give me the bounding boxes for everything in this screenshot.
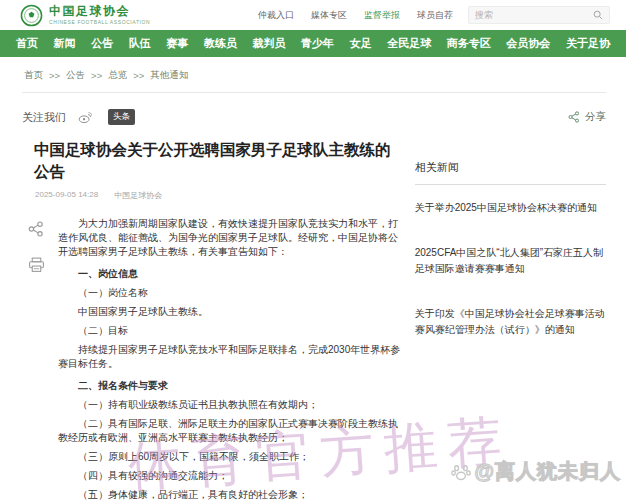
content-area: 首页 >> 公告 >> 总览 >> 其他通知 关注我们 头条 [0,57,626,500]
nav-item-referees[interactable]: 裁判员 [252,36,285,51]
related-news-title: 相关新闻 [415,160,606,185]
related-news-sidebar: 相关新闻 关于举办2025中国足球协会杯决赛的通知 2025CFA中国之队“北人… [415,139,606,500]
follow-us-label: 关注我们 [22,110,66,125]
breadcrumb-overview[interactable]: 总览 [108,69,127,82]
share-icon[interactable] [28,221,58,237]
article-title: 中国足球协会关于公开选聘国家男子足球队主教练的公告 [22,139,401,182]
search-input[interactable] [475,10,593,20]
top-bar: 中国足球协会 CHINESE FOOTBALL ASSOCIATION 仲裁入口… [0,0,626,30]
breadcrumb: 首页 >> 公告 >> 总览 >> 其他通知 [22,65,606,93]
print-icon[interactable] [28,257,58,273]
topbar-link-arbitration[interactable]: 仲裁入口 [258,9,294,22]
related-news-item[interactable]: 关于举办2025中国足球协会杯决赛的通知 [415,200,606,216]
search-icon[interactable] [593,10,603,20]
topbar-link-media[interactable]: 媒体专区 [311,9,347,22]
breadcrumb-separator: >> [49,70,60,81]
breadcrumb-separator: >> [133,70,144,81]
breadcrumb-other-notices[interactable]: 其他通知 [150,69,188,82]
article-paragraph: 为大力加强新周期国家队建设，有效快速提升国家队竞技实力和水平，打造作风优良、能征… [58,217,401,259]
article-section-heading: 二、报名条件与要求 [58,379,401,393]
top-links: 仲裁入口 媒体专区 监督举报 球员自荐 [258,9,453,22]
cfa-emblem-icon [20,4,43,27]
logo-subtitle: CHINESE FOOTBALL ASSOCIATION [49,19,150,25]
article-paragraph: （二）目标 [58,324,401,338]
nav-item-competitions[interactable]: 赛事 [166,36,188,51]
article-paragraph: 中国国家男子足球队主教练。 [58,305,401,319]
article: 中国足球协会关于公开选聘国家男子足球队主教练的公告 2025-09-05 14:… [22,139,401,500]
headline-badge[interactable]: 头条 [108,109,135,125]
related-news-item[interactable]: 2025CFA中国之队“北人集团”石家庄五人制足球国际邀请赛赛事通知 [415,245,606,277]
article-paragraph: （五）身体健康，品行端正，具有良好的社会形象； [58,488,401,500]
article-paragraph: 持续提升国家男子足球队竞技水平和国际足联排名，完成2030年世界杯参赛目标任务。 [58,343,401,371]
article-paragraph: （一）岗位名称 [58,286,401,300]
article-source: 中国足球协会 [114,190,162,201]
follow-row: 关注我们 头条 [22,109,606,125]
breadcrumb-announcements[interactable]: 公告 [66,69,85,82]
weibo-icon[interactable] [78,111,92,124]
share-icon [568,111,580,123]
article-paragraph: （二）具有国际足联、洲际足联主办的国家队正式赛事决赛阶段主教练执教经历或有欧洲、… [58,417,401,445]
article-paragraph: （一）持有职业级教练员证书且执教执照在有效期内； [58,398,401,412]
breadcrumb-separator: >> [91,70,102,81]
logo-title: 中国足球协会 [49,5,150,17]
nav-item-womens-football[interactable]: 女足 [350,36,372,51]
search-box[interactable] [468,6,610,24]
nav-item-teams[interactable]: 队伍 [129,36,151,51]
nav-item-home[interactable]: 首页 [16,36,38,51]
main-nav: 首页 新闻 公告 队伍 赛事 教练员 裁判员 青少年 女足 全民足球 商务专区 … [0,30,626,57]
article-meta: 2025-09-05 14:28 中国足球协会 [22,190,401,201]
related-news-item[interactable]: 关于印发《中国足球协会社会足球赛事活动赛风赛纪管理办法（试行）》的通知 [415,306,606,338]
nav-item-announcements[interactable]: 公告 [91,36,113,51]
cfa-logo[interactable]: 中国足球协会 CHINESE FOOTBALL ASSOCIATION [20,4,150,27]
nav-item-about-cfa[interactable]: 关于足协 [566,36,610,51]
cfa-website-page: 中国足球协会 CHINESE FOOTBALL ASSOCIATION 仲裁入口… [0,0,626,500]
article-section-heading: 一、岗位信息 [58,267,401,281]
nav-item-youth[interactable]: 青少年 [301,36,334,51]
nav-item-grassroots-football[interactable]: 全民足球 [387,36,431,51]
nav-item-business-zone[interactable]: 商务专区 [447,36,491,51]
nav-item-coaches[interactable]: 教练员 [204,36,237,51]
article-paragraph: （四）具有较强的沟通交流能力； [58,469,401,483]
article-body: 为大力加强新周期国家队建设，有效快速提升国家队竞技实力和水平，打造作风优良、能征… [58,217,401,500]
breadcrumb-home[interactable]: 首页 [24,69,43,82]
main-row: 中国足球协会关于公开选聘国家男子足球队主教练的公告 2025-09-05 14:… [22,139,606,500]
share-label: 分享 [585,110,606,124]
nav-item-member-associations[interactable]: 会员协会 [506,36,550,51]
nav-item-news[interactable]: 新闻 [54,36,76,51]
article-paragraph: （三）原则上60周岁以下，国籍不限，须全职工作； [58,450,401,464]
share-button[interactable]: 分享 [568,110,606,124]
article-date: 2025-09-05 14:28 [35,190,98,201]
article-action-rail [22,217,58,500]
topbar-link-player-recommend[interactable]: 球员自荐 [417,9,453,22]
topbar-link-supervision[interactable]: 监督举报 [364,9,400,22]
